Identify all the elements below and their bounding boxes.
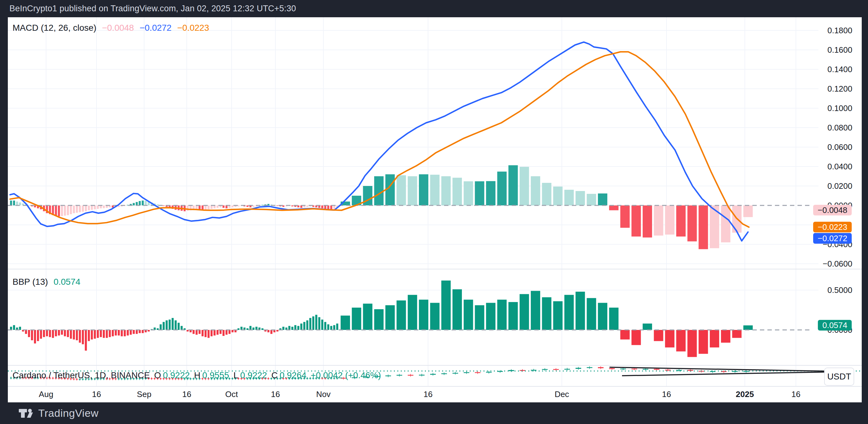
symbol-legend-segments: Cardano / TetherUS, 1D, BINANCE O0.9222 … <box>12 370 383 380</box>
symbol-legend-part: 0.9222 <box>240 370 267 380</box>
bbp-legend-value: 0.0574 <box>54 277 86 287</box>
scale-label: 0.0200 <box>827 181 852 191</box>
symbol-legend-part: C <box>269 370 278 380</box>
time-axis-tick[interactable]: Sep <box>137 390 151 399</box>
scale-label: 0.0400 <box>827 162 852 171</box>
time-axis-tick[interactable]: 16 <box>792 390 801 399</box>
time-axis-tick[interactable]: 16 <box>182 390 191 399</box>
time-axis-tick[interactable]: 2025 <box>736 390 754 399</box>
symbol-legend-part: O <box>152 370 161 380</box>
tradingview-logo-icon <box>19 407 33 420</box>
macd-line-badge: −0.0272 <box>813 233 852 244</box>
attribution-text: BeInCrypto1 published on TradingView.com… <box>0 4 296 13</box>
time-axis-tick[interactable]: Oct <box>225 390 238 399</box>
scale-label: 0.1400 <box>827 65 852 74</box>
macd-legend-value: −0.0272 <box>140 23 172 33</box>
macd-histogram-badge: −0.0048 <box>813 205 852 216</box>
tradingview-logo: TradingView <box>19 407 99 420</box>
symbol-legend-part: +0.0042 (+0.46%) <box>308 370 381 380</box>
symbol-legend-part: H <box>192 370 200 380</box>
symbol-legend-part: 0.9264 <box>280 370 307 380</box>
chart-area[interactable]: MACD (12, 26, close) −0.0048−0.0272−0.02… <box>8 17 862 402</box>
time-axis-tick[interactable]: 16 <box>271 390 280 399</box>
time-axis-tick[interactable]: 16 <box>424 390 433 399</box>
macd-legend-value: −0.0223 <box>177 23 209 33</box>
macd-legend-title: MACD (12, 26, close) <box>12 23 96 33</box>
scale-label: −0.0600 <box>823 259 852 268</box>
symbol-legend-part: Cardano / TetherUS, 1D, BINANCE <box>12 370 150 380</box>
macd-signal-badge: −0.0223 <box>813 222 852 232</box>
bbp-legend-title: BBP (13) <box>12 277 48 287</box>
usdt-currency-button[interactable]: USDT <box>824 368 854 386</box>
bbp-legend: BBP (13) 0.0574 <box>12 277 92 287</box>
bbp-badge: 0.0574 <box>818 320 852 331</box>
symbol-legend-part: L <box>231 370 238 380</box>
macd-legend: MACD (12, 26, close) −0.0048−0.0272−0.02… <box>12 23 220 33</box>
macd-legend-values: −0.0048−0.0272−0.0223 <box>102 23 215 33</box>
bottom-brand-bar: TradingView <box>0 402 868 424</box>
time-axis-tick[interactable]: 16 <box>662 390 671 399</box>
scale-label: 0.0600 <box>827 142 852 152</box>
time-axis-tick[interactable]: Dec <box>555 390 569 399</box>
top-attribution-bar: BeInCrypto1 published on TradingView.com… <box>0 0 868 17</box>
scale-label: 0.1000 <box>827 104 852 113</box>
time-axis-tick[interactable]: Aug <box>39 390 53 399</box>
scale-label: 0.1600 <box>827 45 852 55</box>
symbol-legend-part: 0.9555 <box>203 370 229 380</box>
scale-label: 0.1800 <box>827 26 852 35</box>
scale-label: 0.5000 <box>827 285 852 295</box>
scale-label: 0.0800 <box>827 123 852 132</box>
symbol-legend-part: 0.9222 <box>163 370 190 380</box>
macd-legend-value: −0.0048 <box>102 23 134 33</box>
tradingview-logo-text: TradingView <box>38 407 99 419</box>
chart-canvas[interactable] <box>8 17 862 402</box>
time-axis-tick[interactable]: 16 <box>92 390 101 399</box>
symbol-legend: Cardano / TetherUS, 1D, BINANCE O0.9222 … <box>12 370 389 380</box>
bbp-legend-number: 0.0574 <box>54 277 81 287</box>
time-axis-tick[interactable]: Nov <box>316 390 331 399</box>
scale-label: 0.1200 <box>827 84 852 93</box>
